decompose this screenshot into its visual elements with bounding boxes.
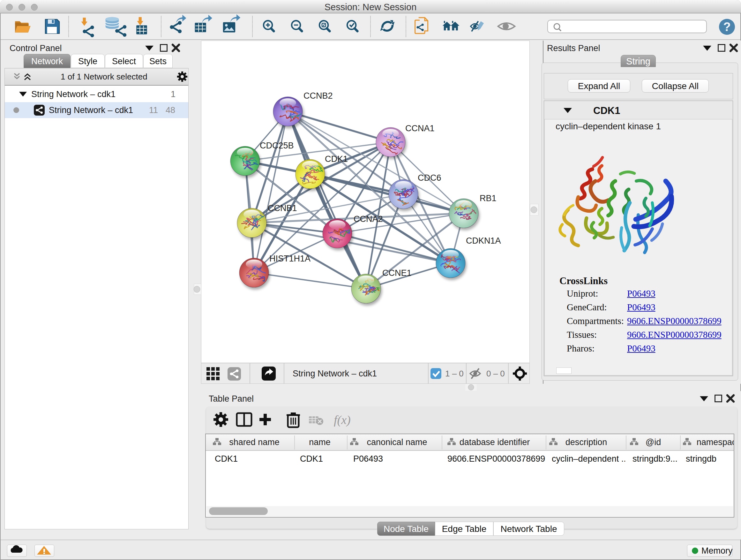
svg-text:CCNA2: CCNA2	[354, 214, 383, 224]
svg-text:Results Panel: Results Panel	[547, 44, 600, 53]
svg-text:CDK1: CDK1	[593, 105, 620, 116]
svg-text:CDK1: CDK1	[325, 154, 348, 164]
svg-text:1 – 0: 1 – 0	[445, 369, 464, 378]
svg-text:@id: @id	[646, 437, 661, 447]
svg-text:11: 11	[149, 105, 158, 115]
svg-text:CDC25B: CDC25B	[260, 141, 294, 150]
svg-text:CDC6: CDC6	[418, 173, 441, 183]
svg-text:Control Panel: Control Panel	[10, 44, 62, 53]
svg-text:RB1: RB1	[480, 193, 496, 203]
svg-text:CCNA1: CCNA1	[405, 124, 434, 133]
svg-text:HIST1H1A: HIST1H1A	[269, 254, 311, 263]
svg-text:canonical name: canonical name	[367, 437, 427, 447]
svg-text:1 of 1 Network selected: 1 of 1 Network selected	[61, 72, 147, 81]
svg-text:CCNB1: CCNB1	[268, 203, 297, 213]
svg-text:1: 1	[171, 89, 176, 99]
svg-text:String Network – cdk1: String Network – cdk1	[293, 369, 377, 378]
svg-text:0 – 0: 0 – 0	[486, 369, 505, 378]
svg-text:CDKN1A: CDKN1A	[466, 236, 501, 246]
svg-text:namespac: namespac	[697, 437, 734, 447]
svg-text:CCNE1: CCNE1	[382, 268, 412, 278]
svg-text:shared name: shared name	[229, 437, 280, 447]
svg-text:String Network – cdk1: String Network – cdk1	[31, 89, 116, 99]
svg-text:CCNB2: CCNB2	[304, 91, 333, 101]
svg-text:String Network – cdk1: String Network – cdk1	[49, 105, 133, 115]
svg-text:database identifier: database identifier	[460, 437, 530, 447]
svg-text:?: ?	[723, 20, 731, 34]
svg-text:description: description	[565, 437, 607, 447]
svg-text:48: 48	[165, 105, 175, 115]
svg-text:f(x): f(x)	[334, 413, 351, 427]
svg-text:name: name	[309, 437, 331, 447]
svg-text:Table Panel: Table Panel	[209, 394, 254, 403]
